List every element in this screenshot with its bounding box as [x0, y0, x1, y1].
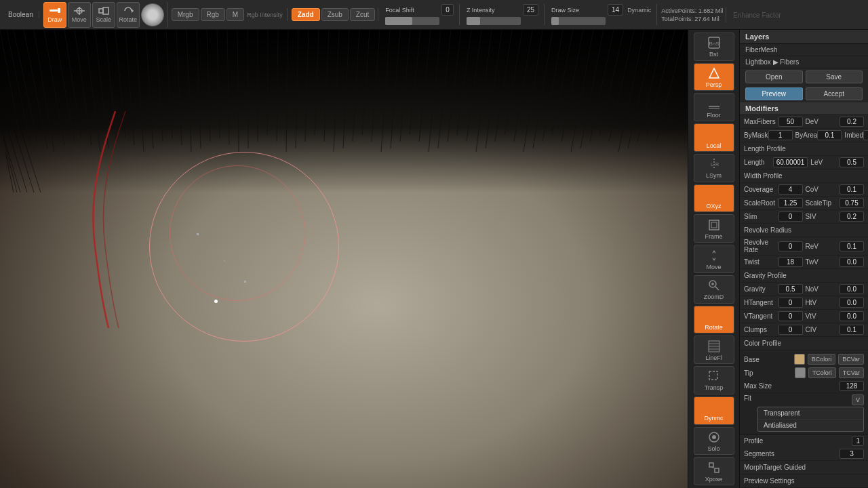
- tcolori-btn[interactable]: TColori: [808, 367, 836, 378]
- rgb-button[interactable]: Rgb: [201, 8, 225, 21]
- base-color-swatch[interactable]: [794, 354, 805, 365]
- gravity-value[interactable]: 0.5: [778, 284, 803, 294]
- oxyz-tool-btn[interactable]: xyz OXyz: [694, 184, 734, 213]
- gravity-profile-row[interactable]: Gravity Profile: [740, 269, 868, 283]
- right-tools-panel: BnS Bst Persp Floor Local LR LSym xyz OX…: [688, 30, 739, 488]
- svg-rect-5: [99, 9, 103, 13]
- zadd-button[interactable]: Zadd: [292, 8, 320, 21]
- cov-value[interactable]: 0.1: [840, 184, 864, 195]
- move-tool-btn[interactable]: Move: [694, 245, 734, 273]
- z-intensity-slider[interactable]: [467, 17, 521, 25]
- profile1-value[interactable]: 1: [852, 436, 864, 446]
- clumps-value[interactable]: 0: [778, 325, 803, 335]
- focal-shift-slider[interactable]: [385, 17, 439, 25]
- scale-button[interactable]: Scale: [92, 2, 115, 28]
- brush-preview[interactable]: [141, 3, 164, 26]
- width-profile-row[interactable]: Width Profile: [740, 169, 868, 183]
- draw-size-label: Draw Size: [551, 7, 606, 14]
- htangent-value[interactable]: 0: [778, 298, 803, 308]
- dynamic-label[interactable]: Dynamic: [627, 7, 651, 14]
- draw-button[interactable]: Draw: [43, 2, 66, 28]
- scaletip-label: ScaleTip: [806, 199, 840, 207]
- rotate-tool-btn[interactable]: Rotate: [694, 306, 734, 334]
- revolve-radius-row[interactable]: Revolve Radius: [740, 224, 868, 237]
- max-size-value[interactable]: 128: [840, 381, 864, 391]
- m-button[interactable]: M: [226, 8, 244, 21]
- slim-value[interactable]: 0: [778, 211, 803, 222]
- bcvar-btn[interactable]: BCVar: [838, 354, 864, 365]
- svg-line-48: [391, 30, 400, 148]
- siv-value[interactable]: 0.2: [840, 211, 864, 222]
- svg-line-24: [156, 30, 163, 142]
- vtangent-row: VTangent 0 VtV 0.0: [740, 310, 868, 323]
- tcvar-btn[interactable]: TCVar: [839, 367, 864, 378]
- byarea-value[interactable]: 0.1: [817, 130, 842, 140]
- htv-value[interactable]: 0.0: [840, 298, 864, 308]
- solo-tool-btn[interactable]: Solo: [694, 427, 734, 455]
- xpose-tool-btn[interactable]: Xpose: [694, 457, 734, 485]
- best-tool-btn[interactable]: BnS Bst: [694, 33, 734, 61]
- preview-button[interactable]: Preview: [745, 87, 803, 100]
- tip-label: Tip: [744, 369, 792, 377]
- fit-dropdown-container: Fit V Transparent Antialiased: [744, 393, 864, 432]
- vtangent-value[interactable]: 0: [778, 311, 803, 321]
- local-tool-btn[interactable]: Local: [694, 123, 734, 152]
- persp-tool-btn[interactable]: Persp: [694, 63, 734, 92]
- rev-value[interactable]: 0.1: [840, 241, 864, 251]
- dev-value[interactable]: 0.2: [840, 117, 864, 127]
- scaletip-value[interactable]: 0.75: [840, 198, 864, 208]
- zcut-button[interactable]: Zcut: [350, 8, 375, 21]
- preview-settings-row[interactable]: Preview Settings: [740, 474, 868, 488]
- svg-text:R: R: [715, 162, 719, 167]
- transparent-option[interactable]: Transparent: [758, 407, 863, 420]
- rotate-button[interactable]: Rotate: [117, 2, 140, 28]
- zsub-button[interactable]: Zsub: [321, 8, 349, 21]
- morph-target-row[interactable]: MorphTarget Guided: [740, 461, 868, 474]
- save-button[interactable]: Save: [806, 70, 863, 83]
- focal-shift-value[interactable]: 0: [441, 4, 454, 16]
- bcolori-btn[interactable]: BColori: [808, 354, 836, 365]
- antialiased-option[interactable]: Antialiased: [758, 420, 863, 431]
- frame-tool-btn[interactable]: Frame: [694, 214, 734, 243]
- twv-value[interactable]: 0.0: [840, 257, 864, 267]
- scaleroot-label: ScaleRoot: [744, 199, 778, 207]
- fibermesh-row[interactable]: FiberMesh: [740, 44, 868, 56]
- length-profile-row[interactable]: Length Profile: [740, 142, 868, 156]
- lsym-tool-btn[interactable]: LR LSym: [694, 154, 734, 182]
- imbed-value[interactable]: 0: [863, 130, 868, 140]
- lev-value[interactable]: 0.5: [840, 157, 864, 167]
- tip-color-swatch[interactable]: [795, 367, 806, 378]
- transp-tool-btn[interactable]: Transp: [694, 366, 734, 394]
- viewport[interactable]: [0, 30, 688, 488]
- segments-value[interactable]: 3: [840, 449, 864, 459]
- move-button[interactable]: Move: [68, 2, 91, 28]
- length-label: Length: [744, 159, 773, 166]
- accept-button[interactable]: Accept: [806, 87, 863, 100]
- nov-value[interactable]: 0.0: [840, 284, 864, 294]
- draw-size-slider[interactable]: [551, 17, 606, 25]
- zoomd-tool-btn[interactable]: ZoomD: [694, 275, 734, 304]
- scaleroot-value[interactable]: 1.25: [778, 198, 803, 208]
- svg-line-58: [486, 30, 502, 148]
- render-dropdown: Transparent Antialiased: [757, 407, 864, 432]
- floor-tool-btn[interactable]: Floor: [694, 93, 734, 121]
- color-profile-row[interactable]: Color Profile: [740, 337, 868, 350]
- svg-text:L: L: [711, 162, 713, 167]
- bymask-value[interactable]: 1: [768, 130, 793, 140]
- linefill-tool-btn[interactable]: LineFl: [694, 336, 734, 364]
- vtv-value[interactable]: 0.0: [840, 311, 864, 321]
- twist-value[interactable]: 18: [778, 257, 803, 267]
- max-fibers-value[interactable]: 50: [778, 117, 803, 127]
- v-btn[interactable]: V: [852, 394, 864, 405]
- civ-value[interactable]: 0.1: [840, 325, 864, 335]
- mrgb-button[interactable]: Mrgb: [172, 8, 199, 21]
- coverage-value[interactable]: 4: [778, 184, 803, 195]
- lightbox-row[interactable]: Lightbox ▶ Fibers: [740, 56, 868, 68]
- length-value[interactable]: 60.00001: [773, 157, 808, 167]
- open-button[interactable]: Open: [745, 70, 803, 83]
- z-intensity-value[interactable]: 25: [523, 4, 538, 16]
- revolve-rate-value[interactable]: 0: [778, 241, 803, 251]
- draw-size-value[interactable]: 14: [608, 4, 623, 16]
- dynamic-tool-btn[interactable]: Dynmc: [694, 396, 734, 425]
- htv-label: HtV: [806, 299, 840, 306]
